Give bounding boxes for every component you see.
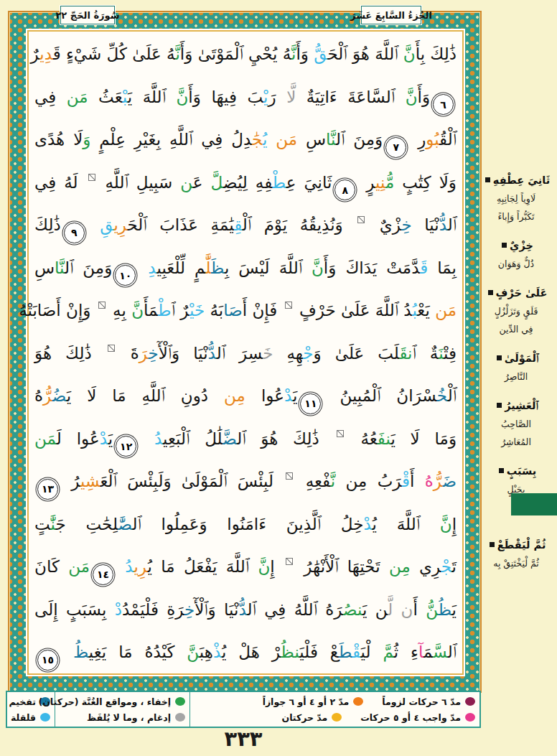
text-segment [393,600,401,619]
text-segment: قُّ [314,45,327,63]
margin-note-marker [286,558,293,565]
text-segment: قِ [234,215,243,234]
legend-label: مدّ ٦ حركات لزوماً [382,696,461,707]
text-segment: سِ [297,130,326,149]
text-segment: ضَ [442,472,457,490]
text-segment [139,258,148,277]
legend-item: إخفاء ، ومواقع الغُنَّة (حركتان) [38,696,185,707]
legend-label: إدغام ، وما لا يُلفَظ [87,712,171,723]
note-bullet-icon [488,290,493,295]
legend-color-dot [175,697,185,706]
margin-notes: ثَانِيَ عِطْفِهِلَاوِياً لِجَانِبِهِتَكَ… [478,171,554,583]
text-segment: دِي [39,45,52,63]
text-segment: لْيَ [361,643,383,661]
text-segment: ٱللَّهَ هُوَ ٱلْحَ [327,45,403,63]
margin-note-marker [285,302,292,309]
quran-line: تَجْرِي مِن تَحْتِهَا ٱلْأَنْهَٰرُ إِنَّ… [34,546,457,589]
note-bullet-icon [497,355,502,360]
text-segment: بِمَا [428,258,457,277]
text-segment: هِبَ [200,643,213,661]
text-segment [139,429,154,448]
text-segment: ذَٰلِكَ [34,215,61,234]
text-segment: ةٌ ٱ [413,344,439,363]
text-segment: لِحَٰتِ جَ [56,515,118,533]
legend-row: إدغام ، وما لا يُلفَظ [60,712,185,723]
text-segment: رِ [409,130,426,149]
text-segment: قْ [352,643,361,661]
text-segment: طْ [273,173,286,192]
legend-label: إخفاء ، ومواقع الغُنَّة (حركتان) [38,696,171,707]
text-segment: رٌ [31,45,40,63]
legend-label: مدّ حركتان [281,712,327,723]
margin-note-marker [337,430,344,437]
text-segment: مِن [389,557,411,576]
text-segment: خَيْ [189,301,205,319]
text-segment: رُّ [434,472,443,490]
text-segment: عُهُ [346,429,378,448]
text-segment: مَ [423,643,433,661]
note-bullet-icon [485,177,490,182]
text-segment: دَّمَتْ يَدَاكَ وَأَ [324,258,420,277]
text-segment: خِ [148,344,158,363]
text-segment: لَّٰ [205,258,211,277]
text-segment: يَ [293,386,297,405]
text-segment: يَ [452,600,457,619]
text-segment: مٍ لِّلْعَبِي [156,258,205,277]
legend-cell: مدّ ٦ حركات لزوماًمدّ ٢ أو ٤ أو ٦ جوازاً… [189,692,479,727]
text-segment: ظَ [211,258,225,277]
text-segment: نَّٰ [51,515,56,533]
text-segment: وَ [83,130,90,149]
quran-line: بِمَا قَدَّمَتْ يَدَاكَ وَأَنَّ ٱللَّهَ … [34,247,457,290]
text-segment: تٍ [34,515,51,533]
text-segment: بُو [426,130,439,149]
text-segment: ٱلسَّاعَةَ ءَاتِيَةٌ [296,88,405,106]
text-segment: دُونِ ٱللَّهِ مَا لَا يَ [67,386,224,405]
text-segment: لَبَ عَلَىٰ وَ [314,344,400,363]
text-segment: رٍ [358,173,375,192]
text-segment: نفَ [378,429,391,448]
text-segment: سِرَ ٱل [217,344,263,363]
text-segment: ضَّ [223,429,237,448]
text-segment: ذَٰلِكَ هُوَ [34,344,106,363]
text-segment: مَأَ [144,301,158,319]
text-segment: رِي [411,557,441,576]
text-segment: دِ [148,258,156,277]
legend-label: قلقلة [11,712,36,723]
text-segment: يَ [108,429,113,448]
quran-line: مَن يَعْبُدُ ٱللَّهَ عَلَىٰ حَرْفٍ فَإِن… [34,289,457,332]
text-segment: ٱللَّهَ لَيْسَ بِ [225,258,312,277]
text-segment: ٱللَّهَ يُ [373,515,440,533]
text-segment: صَّٰ [118,515,133,533]
margin-note-definition: قَلَقٍ وَتَزَلْزُلٍ [478,302,554,320]
text-segment: دُّ [208,344,217,363]
ayah-number-medallion: ١١ [300,393,321,414]
text-segment: وَإِنْ أَصَابَتْهُ [19,301,96,319]
margin-note-title: ثَانِيَ عِطْفِهِ [478,171,554,190]
text-segment: رَةِ فَلْيَمْدُ [122,600,184,619]
text-segment: مَن [34,429,57,448]
text-segment: نَّا [55,258,65,277]
legend-item: مدّ واجب ٤ أو ٥ حركات [360,712,475,723]
juz-title-cartouche: الجُزءُ السَّابِعَ عَشَرَ [361,6,421,24]
text-segment: قَ [420,258,428,277]
text-segment [116,557,125,576]
text-segment: بَهُ [205,301,223,319]
text-segment: دْ [100,429,108,448]
legend-label: مدّ ٢ أو ٤ أو ٦ جوازاً [263,696,350,707]
ayah-number-medallion: ١٠ [115,265,136,286]
text-segment: لَٰلُ ٱلْبَعِي [163,429,223,448]
margin-note-definition: ذُلٌّ وَهَوَان [478,255,554,273]
text-segment: نَّ [440,515,452,533]
legend-cell: إخفاء ، ومواقع الغُنَّة (حركتان)إدغام ، … [55,692,189,727]
text-segment: إِ [452,515,457,533]
text-segment: خِ [402,215,412,234]
legend-row: مدّ واجب ٤ أو ٥ حركاتمدّ حركتان [195,712,475,723]
legend-item: مدّ حركتان [281,712,342,723]
text-segment: رَ [268,88,286,106]
text-segment: قْ [402,472,410,490]
text-segment: ضُ [52,386,67,405]
legend-color-dot [465,697,475,706]
text-segment: هُ [425,472,434,490]
margin-note-marker [286,472,293,480]
text-segment: طَ [339,643,352,661]
